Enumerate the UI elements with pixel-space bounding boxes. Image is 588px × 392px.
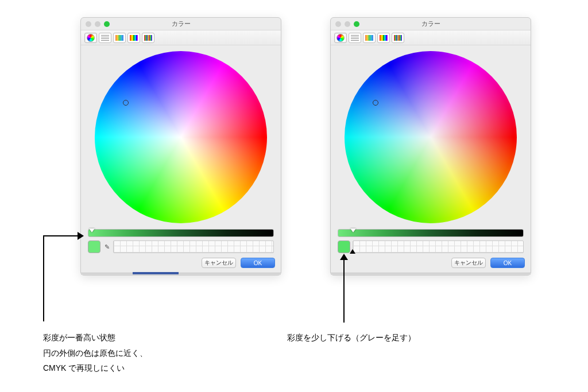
swatch-grid[interactable]: [113, 240, 274, 253]
mode-sliders-button[interactable]: [349, 33, 361, 43]
caption-line: 円の外側の色は原色に近く、: [43, 346, 148, 361]
swatch-override-marker: [350, 249, 355, 254]
brightness-slider[interactable]: [88, 229, 274, 237]
minimize-dot[interactable]: [345, 21, 350, 27]
spectrum-icon: [130, 35, 138, 41]
caption-line: CMYK で再現しにくい: [43, 360, 148, 376]
mode-spectrum-button[interactable]: [377, 33, 390, 43]
mode-sliders-button[interactable]: [99, 33, 111, 43]
sliders-icon: [101, 35, 109, 41]
bottom-bar: [331, 273, 531, 275]
caption-left: 彩度が一番高い状態 円の外側の色は原色に近く、 CMYK で再現しにくい: [43, 330, 148, 376]
bottom-bar: [81, 273, 281, 275]
close-dot[interactable]: [335, 21, 341, 27]
window-title: カラー: [331, 20, 531, 28]
mode-palette-button[interactable]: [113, 33, 126, 43]
sliders-icon: [351, 35, 359, 41]
zoom-dot[interactable]: [354, 21, 359, 27]
mode-toolbar: [81, 30, 281, 45]
palette-icon: [365, 35, 373, 41]
traffic-lights: [86, 21, 110, 27]
swatch-grid[interactable]: [353, 240, 524, 253]
swatch-row: [331, 238, 531, 255]
titlebar[interactable]: カラー: [331, 18, 531, 30]
button-row: キャンセル OK: [81, 255, 281, 273]
color-wheel-icon: [336, 34, 345, 42]
mode-pencils-button[interactable]: [392, 33, 404, 43]
spectrum-icon: [380, 35, 388, 41]
color-wheel[interactable]: [345, 51, 517, 223]
cancel-button[interactable]: キャンセル: [451, 258, 486, 268]
color-wheel[interactable]: [95, 51, 267, 223]
brightness-slider[interactable]: [338, 229, 524, 237]
button-row: キャンセル OK: [331, 255, 531, 273]
color-picker-left: カラー ✎ キャンセル OK: [80, 17, 281, 275]
traffic-lights: [335, 21, 359, 27]
ok-button[interactable]: OK: [241, 258, 275, 268]
wheel-cursor[interactable]: [123, 100, 129, 106]
close-dot[interactable]: [86, 21, 91, 27]
eyedropper-icon[interactable]: ✎: [103, 243, 111, 251]
wheel-area: [81, 45, 281, 227]
wheel-cursor[interactable]: [373, 100, 378, 106]
brightness-slider-row: [81, 227, 281, 238]
resize-strip: [133, 272, 179, 274]
current-swatch[interactable]: [338, 240, 350, 253]
zoom-dot[interactable]: [104, 21, 110, 27]
caption-right: 彩度を少し下げる（グレーを足す）: [287, 330, 416, 346]
mode-wheel-button[interactable]: [334, 33, 347, 43]
brightness-slider-row: [331, 227, 531, 238]
titlebar[interactable]: カラー: [81, 18, 281, 30]
mode-spectrum-button[interactable]: [127, 33, 140, 43]
mode-palette-button[interactable]: [363, 33, 376, 43]
swatch-row: ✎: [81, 238, 281, 255]
mode-toolbar: [331, 30, 531, 45]
minimize-dot[interactable]: [95, 21, 100, 27]
mode-wheel-button[interactable]: [84, 33, 97, 43]
caption-line: 彩度が一番高い状態: [43, 330, 148, 346]
wheel-area: [331, 45, 531, 227]
caption-line: 彩度を少し下げる（グレーを足す）: [287, 333, 416, 342]
palette-icon: [115, 35, 123, 41]
window-title: カラー: [81, 20, 281, 28]
mode-pencils-button[interactable]: [142, 33, 154, 43]
color-wheel-icon: [87, 34, 95, 42]
current-swatch[interactable]: [88, 240, 100, 253]
color-picker-right: カラー キャンセル OK: [330, 17, 531, 275]
pencils-icon: [394, 35, 402, 41]
cancel-button[interactable]: キャンセル: [202, 258, 236, 268]
ok-button[interactable]: OK: [490, 258, 525, 268]
pencils-icon: [144, 35, 152, 41]
